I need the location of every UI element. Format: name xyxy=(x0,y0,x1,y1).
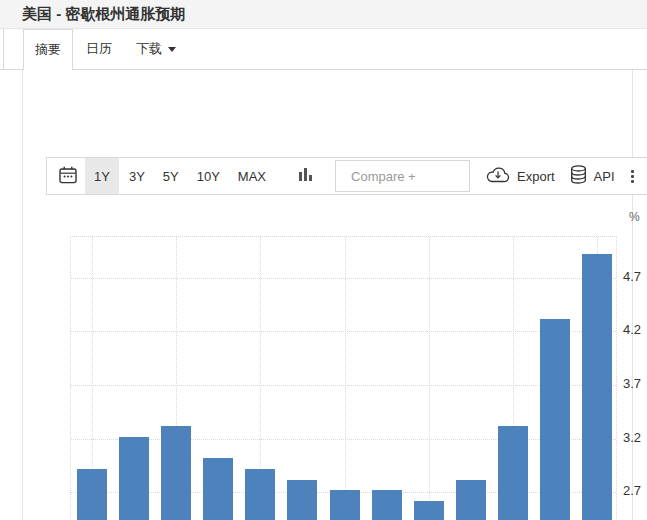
bar-jul-2024[interactable] xyxy=(245,469,275,520)
chart-panel: 1Y3Y5Y10YMAX xyxy=(22,70,633,520)
tab-日历[interactable]: 日历 xyxy=(75,29,123,70)
export-label: Export xyxy=(517,169,555,184)
bar-mar-2024[interactable] xyxy=(77,469,107,520)
h-gridline xyxy=(71,278,616,279)
bar-nov-2024[interactable] xyxy=(414,501,444,520)
bar-aug-2024[interactable] xyxy=(287,480,317,520)
bar-jan-2025[interactable] xyxy=(498,426,528,520)
h-gridline xyxy=(71,385,616,386)
y-tick-label: 3.2 xyxy=(623,430,647,445)
bar-jun-2024[interactable] xyxy=(203,458,233,520)
range-button-max[interactable]: MAX xyxy=(230,158,274,194)
tab-bar-left-edge xyxy=(3,29,4,70)
column-chart-icon xyxy=(298,167,313,185)
bar-mar-2025[interactable] xyxy=(582,254,612,520)
api-label: API xyxy=(594,169,615,184)
v-gridline xyxy=(429,237,430,520)
export-button[interactable]: Export xyxy=(486,166,555,186)
range-button-10y[interactable]: 10Y xyxy=(189,158,228,194)
api-button[interactable]: API xyxy=(570,165,615,187)
page-title: 美国 - 密歇根州通胀预期 xyxy=(22,5,185,24)
bar-feb-2025[interactable] xyxy=(540,319,570,520)
range-button-5y[interactable]: 5Y xyxy=(155,158,187,194)
bar-apr-2024[interactable] xyxy=(119,437,149,520)
bar-may-2024[interactable] xyxy=(161,426,191,520)
h-gridline xyxy=(71,331,616,332)
y-tick-label: 4.2 xyxy=(623,322,647,337)
compare-input[interactable] xyxy=(335,160,470,192)
bar-sep-2024[interactable] xyxy=(330,490,360,520)
range-button-3y[interactable]: 3Y xyxy=(121,158,153,194)
bar-dec-2024[interactable] xyxy=(456,480,486,520)
more-options-button[interactable] xyxy=(628,167,637,186)
y-tick-label: 4.7 xyxy=(623,269,647,284)
caret-down-icon xyxy=(168,47,176,52)
chart-plot-area xyxy=(70,236,617,520)
database-icon xyxy=(570,165,587,187)
kebab-menu-icon xyxy=(631,170,634,183)
chart-toolbar: 1Y3Y5Y10YMAX xyxy=(46,157,647,195)
y-tick-label: 3.7 xyxy=(623,376,647,391)
title-bar: 美国 - 密歇根州通胀预期 xyxy=(0,0,647,29)
tab-下载[interactable]: 下载 xyxy=(125,29,187,70)
range-button-1y[interactable]: 1Y xyxy=(85,158,119,194)
cloud-download-icon xyxy=(486,166,510,186)
y-tick-label: 2.7 xyxy=(623,483,647,498)
chart-type-button[interactable] xyxy=(298,167,313,185)
bar-oct-2024[interactable] xyxy=(372,490,402,520)
y-axis-unit-label: % xyxy=(629,210,640,224)
h-gridline xyxy=(71,439,616,440)
calendar-icon xyxy=(59,166,77,187)
tab-bar: 摘要日历下载 xyxy=(0,29,647,70)
page: 美国 - 密歇根州通胀预期 摘要日历下载 xyxy=(0,0,647,520)
tab-摘要[interactable]: 摘要 xyxy=(23,29,73,70)
range-selector: 1Y3Y5Y10YMAX xyxy=(83,158,274,194)
v-gridline xyxy=(345,237,346,520)
calendar-button[interactable] xyxy=(59,166,77,187)
tabs: 摘要日历下载 xyxy=(23,29,187,70)
